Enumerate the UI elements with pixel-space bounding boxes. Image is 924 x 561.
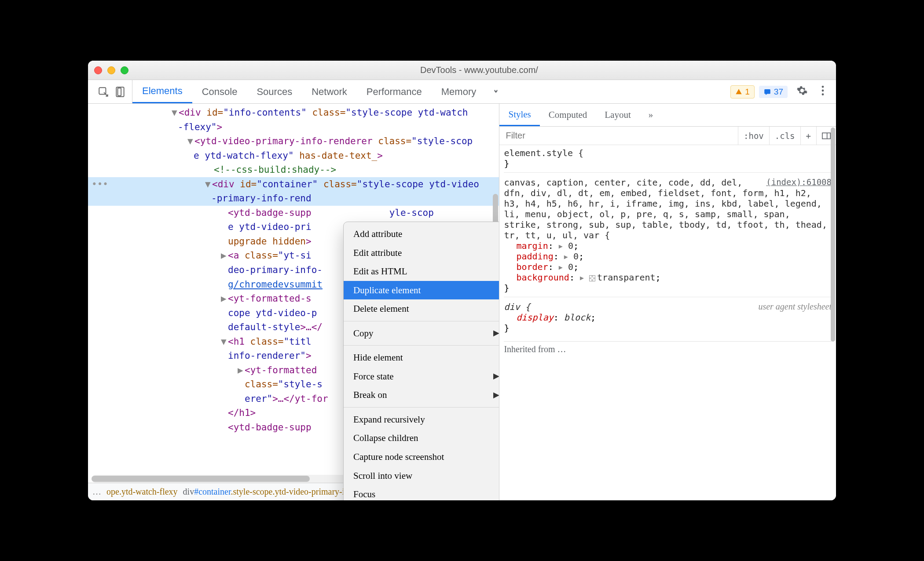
ctx-force-state[interactable]: Force state▶ [344, 367, 499, 386]
titlebar: DevTools - www.youtube.com/ [88, 61, 836, 80]
dom-node[interactable]: <ytd-badge-suppXXXXXXXXXXXXXXyle-scop [88, 206, 499, 220]
css-prop[interactable]: display: block; [504, 312, 832, 323]
ctx-edit-attribute[interactable]: Edit attribute [344, 244, 499, 262]
inspect-icon[interactable] [97, 85, 110, 98]
submenu-arrow-icon: ▶ [493, 370, 499, 382]
svg-point-4 [822, 86, 824, 88]
link-text[interactable]: g/chromedevsummit [228, 279, 323, 290]
toolbar-right: 1 37 [730, 85, 832, 98]
inherited-from-label: Inherited from … [504, 341, 832, 357]
tab-sources[interactable]: Sources [247, 80, 302, 103]
context-menu: Add attribute Edit attribute Edit as HTM… [343, 222, 499, 500]
svg-rect-2 [118, 88, 121, 95]
rule-element-style[interactable]: element.style { } [504, 148, 832, 173]
breadcrumb-item[interactable]: ope.ytd-watch-flexy [106, 485, 178, 499]
tab-layout[interactable]: Layout [596, 104, 639, 126]
tab-memory[interactable]: Memory [432, 80, 486, 103]
ctx-hide-element[interactable]: Hide element [344, 348, 499, 367]
rule-reset[interactable]: (index):61008 canvas, caption, center, c… [504, 177, 832, 297]
content: ▼<div id="info-contents" class="style-sc… [88, 104, 836, 500]
styles-toolbar: :hov .cls + [499, 127, 836, 145]
tab-computed[interactable]: Computed [540, 104, 596, 126]
more-icon[interactable] [817, 85, 829, 98]
styles-panel: Styles Computed Layout » :hov .cls + ele… [499, 104, 836, 500]
styles-filter-input[interactable] [499, 131, 738, 141]
svg-point-6 [822, 93, 824, 95]
ctx-add-attribute[interactable]: Add attribute [344, 225, 499, 244]
rule-user-agent[interactable]: user agent stylesheet div { display: blo… [504, 302, 832, 337]
styles-tabs-overflow-icon[interactable]: » [640, 104, 662, 126]
ctx-separator [344, 407, 499, 408]
ua-stylesheet-label: user agent stylesheet [758, 302, 832, 312]
tab-network[interactable]: Network [302, 80, 357, 103]
close-icon[interactable] [94, 66, 102, 74]
selected-marker-icon: ••• [92, 177, 108, 192]
toolbar-left-icons [92, 80, 132, 103]
traffic-lights [94, 66, 128, 74]
ctx-edit-as-html[interactable]: Edit as HTML [344, 262, 499, 281]
css-prop[interactable]: background: ▶ transparent; [504, 272, 832, 283]
device-toggle-icon[interactable] [114, 85, 127, 98]
hov-button[interactable]: :hov [738, 127, 769, 145]
dom-node-cont: -flexy"> [88, 120, 499, 135]
zoom-icon[interactable] [121, 66, 128, 74]
devtools-window: DevTools - www.youtube.com/ Elements Con… [88, 61, 836, 500]
submenu-arrow-icon: ▶ [493, 327, 499, 339]
minimize-icon[interactable] [107, 66, 115, 74]
warnings-badge[interactable]: 1 [730, 85, 755, 98]
scrollbar-thumb[interactable] [831, 128, 835, 342]
tab-console[interactable]: Console [192, 80, 247, 103]
svg-rect-3 [764, 89, 770, 94]
css-prop[interactable]: border: ▶ 0; [504, 262, 832, 272]
cls-button[interactable]: .cls [769, 127, 800, 145]
svg-point-5 [822, 90, 824, 92]
css-prop[interactable]: margin: ▶ 0; [504, 240, 832, 251]
window-title: DevTools - www.youtube.com/ [128, 65, 830, 75]
dom-node-selected[interactable]: •••▼<div id="container" class="style-sco… [88, 177, 499, 192]
ctx-focus[interactable]: Focus [344, 485, 499, 500]
ctx-duplicate-element[interactable]: Duplicate element [344, 281, 499, 300]
warnings-count: 1 [745, 87, 750, 97]
messages-badge[interactable]: 37 [759, 86, 788, 98]
main-toolbar: Elements Console Sources Network Perform… [88, 80, 836, 104]
source-link[interactable]: (index):61008 [766, 177, 832, 187]
ctx-scroll-into-view[interactable]: Scroll into view [344, 466, 499, 485]
settings-icon[interactable] [792, 85, 812, 98]
tab-elements[interactable]: Elements [132, 80, 192, 103]
style-rules[interactable]: element.style { } (index):61008 canvas, … [499, 145, 836, 500]
panel-tabs: Elements Console Sources Network Perform… [132, 80, 506, 103]
tab-styles[interactable]: Styles [499, 104, 539, 126]
ctx-separator [344, 321, 499, 321]
breadcrumb-overflow-left-icon[interactable]: … [92, 485, 101, 499]
ctx-capture-screenshot[interactable]: Capture node screenshot [344, 448, 499, 466]
dom-node-cont: e ytd-watch-flexy" has-date-text_> [88, 149, 499, 163]
styles-tabs: Styles Computed Layout » [499, 104, 836, 127]
dom-node[interactable]: ▼<div id="info-contents" class="style-sc… [88, 106, 499, 120]
ctx-break-on[interactable]: Break on▶ [344, 386, 499, 404]
ctx-expand-recursively[interactable]: Expand recursively [344, 410, 499, 429]
ctx-collapse-children[interactable]: Collapse children [344, 429, 499, 448]
dom-node-cont: -primary-info-rend [88, 191, 499, 206]
ctx-copy[interactable]: Copy▶ [344, 324, 499, 343]
ctx-delete-element[interactable]: Delete element [344, 299, 499, 318]
tab-performance[interactable]: Performance [357, 80, 432, 103]
new-rule-button[interactable]: + [800, 127, 816, 145]
elements-tree-panel: ▼<div id="info-contents" class="style-sc… [88, 104, 499, 500]
styles-scrollbar[interactable] [829, 128, 835, 497]
color-swatch-icon[interactable] [589, 275, 595, 281]
css-prop[interactable]: padding: ▶ 0; [504, 251, 832, 262]
dom-node[interactable]: ▼<ytd-video-primary-info-renderer class=… [88, 134, 499, 149]
tabs-overflow-icon[interactable] [486, 80, 506, 103]
messages-count: 37 [774, 87, 783, 97]
submenu-arrow-icon: ▶ [493, 389, 499, 401]
dom-comment[interactable]: <!--css-build:shady--> [88, 163, 499, 177]
ctx-separator [344, 345, 499, 346]
scrollbar-thumb[interactable] [92, 476, 310, 482]
